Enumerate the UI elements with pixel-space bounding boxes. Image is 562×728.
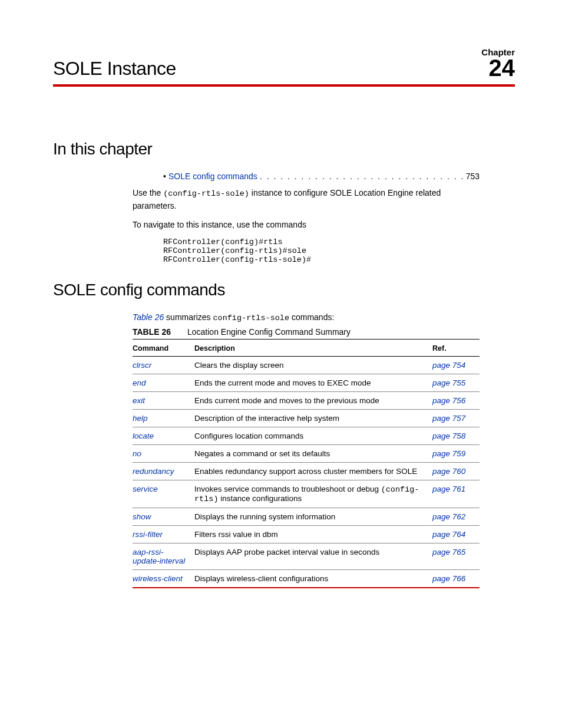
chapter-number: 24 (489, 55, 515, 81)
page-ref-link[interactable]: page 758 (432, 427, 480, 445)
section-heading-in-this-chapter: In this chapter (53, 140, 515, 159)
table-row: helpDescription of the interactive help … (133, 410, 480, 427)
command-description: Configures location commands (194, 427, 432, 445)
intro-paragraph-navigate: To navigate to this instance, use the co… (133, 219, 480, 230)
table-summary-line: Table 26 summarizes config-rtls-sole com… (133, 312, 480, 322)
section-heading-sole-config: SOLE config commands (53, 281, 515, 299)
page-ref-link[interactable]: page 755 (432, 374, 480, 392)
command-link[interactable]: clrscr (133, 357, 194, 374)
command-description: Displays wireless-client configurations (194, 570, 432, 588)
command-link[interactable]: show (133, 508, 194, 526)
text: summarizes (164, 312, 213, 322)
col-header-ref: Ref. (432, 341, 480, 357)
command-link[interactable]: aap-rssi-update-interval (133, 543, 194, 570)
toc-dots: . . . . . . . . . . . . . . . . . . . . … (257, 172, 464, 181)
page-ref-link[interactable]: page 765 (432, 543, 480, 570)
command-summary-table: Command Description Ref. clrscrClears th… (133, 341, 480, 588)
command-description: Clears the display screen (194, 357, 432, 374)
table-title: Location Engine Config Command Summary (187, 327, 351, 337)
table-row: wireless-clientDisplays wireless-client … (133, 570, 480, 588)
table-label: TABLE 26 (133, 327, 171, 337)
text: Use the (133, 188, 163, 197)
command-description: Ends current mode and moves to the previ… (194, 392, 432, 410)
table-row: clrscrClears the display screenpage 754 (133, 357, 480, 374)
code-inline: config-rtls-sole (213, 314, 289, 322)
table-row: locateConfigures location commandspage 7… (133, 427, 480, 445)
command-description: Invokes service commands to troubleshoot… (194, 480, 432, 508)
command-description: Filters rssi value in dbm (194, 526, 432, 543)
bullet-icon: • (163, 172, 166, 181)
table-row: redundancyEnables redundancy support acr… (133, 463, 480, 480)
command-description: Displays the running system information (194, 508, 432, 526)
table-header-row: Command Description Ref. (133, 341, 480, 357)
command-link[interactable]: service (133, 480, 194, 508)
page-ref-link[interactable]: page 762 (432, 508, 480, 526)
table-ref-link[interactable]: Table 26 (133, 312, 164, 322)
page-ref-link[interactable]: page 764 (432, 526, 480, 543)
text: commands: (289, 312, 334, 322)
page-ref-link[interactable]: page 760 (432, 463, 480, 480)
toc-entry: • SOLE config commands . . . . . . . . .… (133, 172, 480, 181)
command-description: Ends the current mode and moves to EXEC … (194, 374, 432, 392)
page-ref-link[interactable]: page 759 (432, 445, 480, 463)
col-header-command: Command (133, 341, 194, 357)
command-link[interactable]: locate (133, 427, 194, 445)
col-header-description: Description (194, 341, 432, 357)
chapter-header: SOLE Instance Chapter 24 (53, 47, 515, 87)
page-ref-link[interactable]: page 766 (432, 570, 480, 588)
table-row: serviceInvokes service commands to troub… (133, 480, 480, 508)
command-link[interactable]: end (133, 374, 194, 392)
chapter-intro-block: • SOLE config commands . . . . . . . . .… (133, 172, 480, 264)
page-ref-link[interactable]: page 757 (432, 410, 480, 427)
table-row: aap-rssi-update-intervalDisplays AAP pro… (133, 543, 480, 570)
command-link[interactable]: help (133, 410, 194, 427)
toc-link-sole-config[interactable]: SOLE config commands (168, 172, 257, 181)
command-link[interactable]: rssi-filter (133, 526, 194, 543)
command-link[interactable]: no (133, 445, 194, 463)
command-link[interactable]: exit (133, 392, 194, 410)
sole-config-block: Table 26 summarizes config-rtls-sole com… (133, 312, 480, 588)
intro-paragraph-instance: Use the (config-rtls-sole) instance to c… (133, 187, 480, 212)
page-ref-link[interactable]: page 754 (432, 357, 480, 374)
command-description: Description of the interactive help syst… (194, 410, 432, 427)
command-link[interactable]: redundancy (133, 463, 194, 480)
table-row: exitEnds current mode and moves to the p… (133, 392, 480, 410)
code-block-navigate: RFController(config)#rtls RFController(c… (163, 238, 480, 264)
toc-page-number: 753 (466, 172, 480, 181)
table-caption: TABLE 26 Location Engine Config Command … (133, 327, 480, 340)
page-ref-link[interactable]: page 761 (432, 480, 480, 508)
page-ref-link[interactable]: page 756 (432, 392, 480, 410)
page-title: SOLE Instance (53, 58, 176, 80)
table-row: rssi-filterFilters rssi value in dbmpage… (133, 526, 480, 543)
table-row: noNegates a command or set its defaultsp… (133, 445, 480, 463)
command-description: Negates a command or set its defaults (194, 445, 432, 463)
table-row: showDisplays the running system informat… (133, 508, 480, 526)
table-row: endEnds the current mode and moves to EX… (133, 374, 480, 392)
command-description: Enables redundancy support across cluste… (194, 463, 432, 480)
chapter-block: Chapter 24 (481, 47, 515, 80)
code-inline: (config-rtls-sole) (163, 189, 249, 198)
command-link[interactable]: wireless-client (133, 570, 194, 588)
command-description: Displays AAP probe packet interval value… (194, 543, 432, 570)
